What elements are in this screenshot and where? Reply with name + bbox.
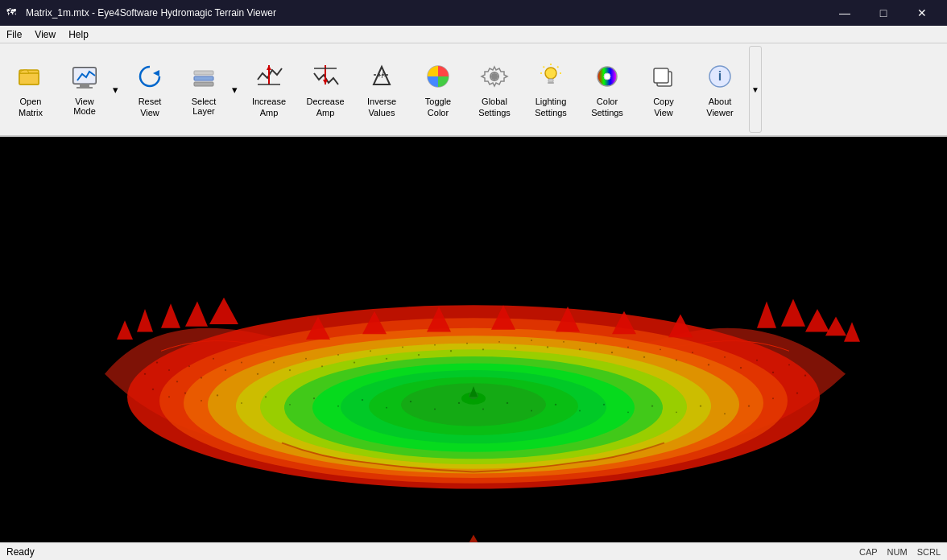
svg-point-82 — [643, 356, 645, 358]
inverse-values-button[interactable]: +/- InverseValues — [354, 46, 409, 133]
close-button[interactable]: ✕ — [904, 0, 941, 26]
about-viewer-button[interactable]: i AboutViewer — [693, 46, 747, 133]
status-scrl: SCRL — [917, 547, 941, 557]
reset-view-icon — [134, 60, 166, 93]
svg-point-75 — [531, 340, 532, 341]
toggle-color-icon — [422, 60, 454, 93]
svg-point-69 — [434, 344, 436, 346]
title-bar: 🗺 Matrix_1m.mtx - Eye4Software Hydromagi… — [0, 0, 947, 26]
lighting-settings-button[interactable]: LightingSettings — [523, 46, 578, 133]
view-mode-label: ViewMode — [73, 97, 96, 116]
main-viewport[interactable] — [0, 137, 947, 542]
view-mode-icon — [70, 63, 99, 93]
status-bar: Ready CAP NUM SCRL — [0, 542, 947, 560]
window-title: Matrix_1m.mtx - Eye4Software Hydromagic … — [26, 7, 276, 19]
decrease-amp-button[interactable]: DecreaseAmp — [298, 46, 353, 133]
svg-line-29 — [544, 66, 545, 68]
select-layer-dropdown[interactable]: ▾ — [229, 46, 240, 133]
view-mode-button[interactable]: ViewMode — [60, 46, 110, 133]
svg-point-90 — [772, 372, 774, 373]
svg-point-107 — [458, 402, 460, 404]
terrain-visualization — [0, 137, 947, 542]
select-layer-button[interactable]: SelectLayer — [179, 46, 229, 133]
svg-point-89 — [756, 360, 758, 361]
svg-point-114 — [627, 411, 629, 413]
svg-point-73 — [498, 341, 500, 343]
svg-text:i: i — [718, 69, 722, 83]
svg-point-117 — [700, 406, 701, 407]
status-ready: Ready — [6, 546, 35, 558]
svg-point-99 — [265, 396, 267, 397]
svg-point-102 — [337, 406, 339, 407]
svg-point-111 — [555, 404, 556, 406]
svg-point-103 — [362, 399, 363, 401]
menu-help[interactable]: Help — [62, 26, 95, 43]
svg-point-31 — [604, 73, 610, 80]
view-mode-dropdown[interactable]: ▾ — [110, 46, 121, 133]
lighting-settings-label: LightingSettings — [535, 96, 567, 119]
toolbar-overflow-button[interactable]: ▼ — [749, 46, 762, 133]
svg-point-72 — [482, 348, 484, 350]
svg-point-104 — [386, 407, 387, 409]
reset-view-button[interactable]: ResetView — [122, 46, 177, 133]
svg-point-51 — [168, 369, 170, 371]
select-layer-group: SelectLayer ▾ — [179, 46, 240, 133]
svg-point-94 — [168, 396, 170, 397]
inverse-values-icon: +/- — [366, 60, 398, 93]
svg-point-78 — [579, 348, 581, 350]
svg-point-64 — [354, 361, 355, 363]
svg-rect-33 — [654, 68, 668, 83]
overflow-icon: ▼ — [751, 85, 759, 94]
copy-view-label: CopyView — [653, 96, 674, 119]
menu-file[interactable]: File — [0, 26, 28, 43]
svg-point-85 — [692, 352, 693, 353]
minimize-button[interactable]: — — [826, 0, 863, 26]
svg-rect-8 — [194, 76, 213, 80]
svg-line-26 — [557, 66, 559, 68]
view-mode-group: ViewMode ▾ — [60, 46, 121, 133]
status-num: NUM — [887, 547, 908, 557]
about-viewer-label: AboutViewer — [706, 96, 733, 119]
svg-text:+/-: +/- — [377, 71, 387, 80]
svg-point-70 — [450, 350, 452, 352]
menu-view[interactable]: View — [28, 26, 62, 43]
svg-point-87 — [724, 356, 726, 358]
svg-point-62 — [321, 365, 323, 367]
svg-rect-23 — [548, 79, 553, 82]
svg-point-20 — [491, 73, 498, 80]
color-settings-button[interactable]: ColorSettings — [580, 46, 635, 133]
svg-rect-7 — [194, 82, 213, 86]
toggle-color-button[interactable]: ToggleColor — [411, 46, 465, 133]
decrease-amp-label: DecreaseAmp — [306, 96, 344, 119]
svg-point-119 — [748, 406, 750, 407]
maximize-button[interactable]: □ — [865, 0, 902, 26]
svg-point-60 — [289, 369, 291, 371]
title-bar-left: 🗺 Matrix_1m.mtx - Eye4Software Hydromagi… — [6, 6, 276, 19]
select-layer-icon — [189, 63, 218, 93]
about-viewer-icon: i — [704, 60, 736, 93]
toggle-color-label: ToggleColor — [425, 96, 451, 119]
global-settings-icon — [478, 60, 511, 93]
copy-view-button[interactable]: CopyView — [636, 46, 691, 133]
svg-point-116 — [676, 411, 677, 413]
toolbar: OpenMatrix ViewMode ▾ — [0, 43, 947, 137]
svg-point-80 — [611, 352, 613, 353]
global-settings-button[interactable]: GlobalSettings — [467, 46, 522, 133]
open-matrix-button[interactable]: OpenMatrix — [3, 46, 58, 133]
svg-point-92 — [804, 375, 806, 377]
svg-point-66 — [386, 358, 387, 360]
svg-point-53 — [188, 365, 190, 367]
terrain-canvas — [0, 137, 947, 542]
svg-marker-14 — [323, 80, 328, 84]
svg-point-74 — [515, 347, 516, 348]
color-settings-icon — [591, 60, 623, 93]
svg-point-120 — [772, 397, 774, 399]
increase-amp-button[interactable]: IncreaseAmp — [242, 46, 296, 133]
svg-point-98 — [241, 402, 242, 404]
svg-point-63 — [337, 354, 339, 356]
svg-rect-4 — [80, 84, 89, 87]
svg-point-91 — [788, 364, 790, 365]
svg-point-96 — [201, 400, 202, 401]
svg-rect-9 — [194, 71, 213, 75]
svg-point-54 — [201, 377, 202, 378]
